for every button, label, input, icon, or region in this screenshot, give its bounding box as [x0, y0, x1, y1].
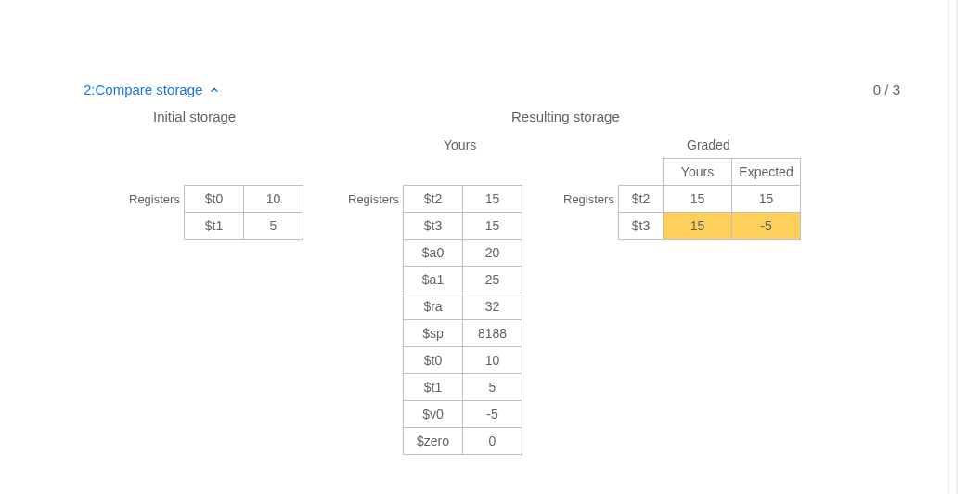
register-expected: 15 [732, 186, 801, 213]
table-row: $sp8188 [404, 320, 522, 347]
register-name: $t2 [619, 186, 664, 213]
score-sep: / [881, 82, 893, 98]
table-row: $t215 [404, 186, 522, 213]
register-value: 15 [463, 213, 522, 240]
register-value: 8188 [463, 320, 522, 347]
graded-col-expected: Expected [732, 159, 801, 186]
table-row: $zero0 [404, 428, 522, 455]
register-name: $t2 [404, 186, 463, 213]
table-row: $t315-5 [619, 213, 801, 240]
register-name: $ra [404, 293, 463, 320]
register-value: 15 [463, 186, 522, 213]
table-row: $t21515 [619, 186, 801, 213]
register-name: $t1 [404, 374, 463, 401]
chevron-up-icon [208, 84, 221, 97]
table-row: $a020 [404, 240, 522, 266]
register-value: 32 [463, 293, 522, 320]
table-row: $t010 [185, 186, 303, 213]
register-value: -5 [463, 401, 522, 428]
register-name: $t1 [185, 213, 244, 240]
initial-registers-table: $t010$t15 [184, 185, 303, 240]
heading-initial-storage: Initial storage [153, 109, 236, 124]
table-row: $v0-5 [404, 401, 522, 428]
register-name: $t3 [404, 213, 463, 240]
page-right-rule-1 [948, 0, 949, 494]
table-row: $ra32 [404, 293, 522, 320]
section-title: 2:Compare storage [84, 82, 202, 98]
register-name: $t0 [185, 186, 244, 213]
heading-resulting-storage: Resulting storage [511, 109, 620, 124]
table-row: $t315 [404, 213, 522, 240]
subheading-yours: Yours [444, 137, 476, 152]
register-value: 5 [244, 213, 303, 240]
register-value: 5 [463, 374, 522, 401]
register-name: $t3 [619, 213, 664, 240]
yours-registers-table: $t215$t315$a020$a125$ra32$sp8188$t010$t1… [403, 185, 522, 455]
graded-header-table: Yours Expected [663, 158, 801, 186]
score-total: 3 [893, 82, 900, 98]
register-value: 0 [463, 428, 522, 455]
register-name: $a1 [404, 266, 463, 293]
label-registers-graded: Registers [563, 192, 614, 206]
register-name: $t0 [404, 347, 463, 374]
register-value: 10 [463, 347, 522, 374]
register-name: $a0 [404, 240, 463, 266]
label-registers-yours: Registers [348, 192, 399, 206]
register-expected: -5 [732, 213, 801, 240]
register-name: $v0 [404, 401, 463, 428]
register-yours: 15 [664, 213, 732, 240]
table-row: $t15 [185, 213, 303, 240]
graded-registers-table: $t21515$t315-5 [618, 185, 801, 240]
page-right-rule-2 [956, 0, 958, 494]
register-name: $sp [404, 320, 463, 347]
subheading-graded: Graded [687, 137, 730, 152]
table-row: $a125 [404, 266, 522, 293]
register-name: $zero [404, 428, 463, 455]
score-display: 0 / 3 [873, 82, 900, 98]
register-yours: 15 [664, 186, 732, 213]
register-value: 20 [463, 240, 522, 266]
register-value: 25 [463, 266, 522, 293]
table-row: $t010 [404, 347, 522, 374]
score-earned: 0 [873, 82, 881, 98]
label-registers-initial: Registers [129, 192, 180, 206]
graded-col-yours: Yours [664, 159, 732, 186]
compare-storage-panel: 2:Compare storage 0 / 3 Initial storage … [0, 0, 980, 494]
table-row: $t15 [404, 374, 522, 401]
collapse-toggle[interactable]: 2:Compare storage [84, 82, 221, 98]
register-value: 10 [244, 186, 303, 213]
